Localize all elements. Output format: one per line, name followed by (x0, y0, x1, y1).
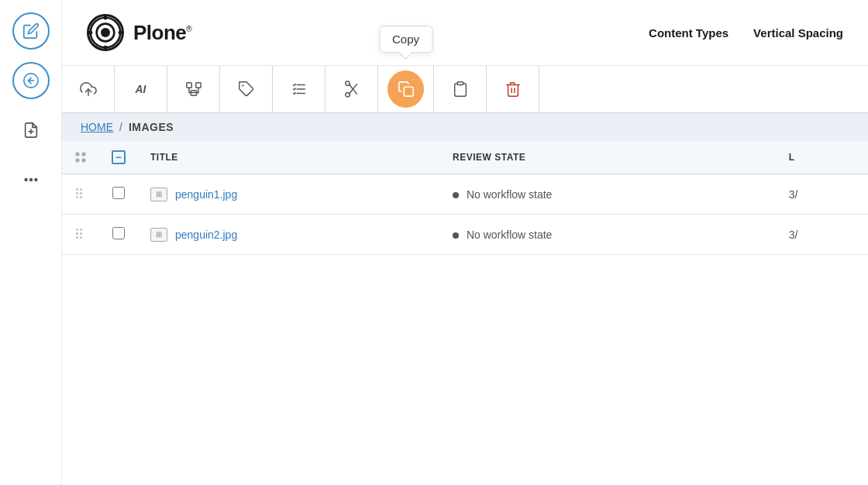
paste-button[interactable] (434, 66, 487, 112)
plone-logo-svg (89, 14, 122, 51)
table-header-row: TITLE REVIEW STATE L (62, 141, 868, 174)
more-options-icon[interactable] (12, 161, 50, 198)
svg-rect-15 (195, 83, 200, 88)
svg-rect-39 (80, 192, 82, 194)
svg-rect-41 (80, 196, 82, 198)
file-icon-2 (150, 228, 167, 242)
toolbar: AI (62, 66, 868, 112)
td-state-2: No workflow state (440, 215, 777, 255)
svg-rect-38 (76, 192, 78, 194)
svg-point-8 (102, 29, 109, 36)
edit-icon[interactable] (12, 12, 50, 50)
state-label-2: No workflow state (467, 229, 552, 241)
td-title-1: penguin1.jpg (138, 174, 440, 215)
plone-logo (87, 14, 124, 51)
tag-button[interactable] (220, 66, 273, 112)
drag-handle-1[interactable] (62, 174, 99, 215)
svg-rect-37 (80, 188, 82, 191)
svg-rect-44 (76, 232, 78, 235)
td-state-1: No workflow state (440, 174, 777, 215)
upload-button[interactable] (62, 66, 115, 112)
schema-button[interactable] (167, 66, 220, 112)
file-table: TITLE REVIEW STATE L (62, 141, 868, 255)
td-title-2: penguin2.jpg (138, 215, 440, 255)
row-checkbox-1[interactable] (99, 174, 138, 215)
breadcrumb-home[interactable]: HOME (81, 121, 113, 133)
delete-button[interactable] (487, 66, 539, 112)
svg-rect-45 (80, 232, 82, 235)
nav-vertical-spacing[interactable]: Vertical Spacing (753, 26, 843, 40)
state-dot-2 (453, 232, 459, 239)
svg-rect-35 (82, 159, 85, 162)
checkbox-1[interactable] (112, 187, 125, 199)
svg-rect-36 (76, 188, 78, 191)
checkbox-2[interactable] (112, 227, 125, 239)
copy-button-wrapper: Copy (378, 66, 434, 112)
breadcrumb-separator: / (119, 121, 122, 133)
ai-label: AI (136, 83, 146, 95)
file-link-1[interactable]: penguin1.jpg (175, 188, 237, 201)
toolbar-wrapper: AI (62, 66, 868, 113)
svg-rect-46 (76, 236, 78, 239)
row-checkbox-2[interactable] (99, 215, 138, 255)
svg-rect-43 (80, 229, 82, 231)
state-label-1: No workflow state (467, 188, 552, 201)
file-table-area: TITLE REVIEW STATE L (62, 141, 868, 485)
nav-links: Content Types Vertical Spacing (649, 26, 843, 40)
svg-point-4 (29, 179, 32, 181)
td-date-1: 3/ (777, 174, 868, 215)
svg-point-12 (119, 30, 122, 34)
th-review-state: REVIEW STATE (440, 141, 777, 174)
svg-rect-40 (76, 196, 78, 198)
cut-button[interactable] (326, 66, 378, 112)
main-content: Plone® Content Types Vertical Spacing AI (62, 0, 868, 485)
svg-point-9 (103, 15, 107, 19)
file-icon-1 (150, 187, 167, 201)
svg-rect-42 (76, 229, 78, 231)
th-last-modified: L (777, 141, 868, 174)
checklist-button[interactable] (273, 66, 326, 112)
th-drag (62, 141, 99, 174)
svg-point-6 (91, 18, 121, 48)
svg-point-11 (89, 30, 92, 34)
svg-rect-32 (76, 153, 79, 156)
add-document-icon[interactable] (12, 112, 50, 149)
svg-rect-47 (80, 236, 82, 239)
logo-text: Plone® (133, 21, 191, 45)
copy-button[interactable] (388, 71, 424, 108)
ai-button[interactable]: AI (115, 66, 167, 112)
breadcrumb-bar: HOME / IMAGES (62, 113, 868, 141)
table-row: penguin1.jpg No workflow state 3/ (62, 174, 868, 215)
drag-handle-2[interactable] (62, 215, 99, 255)
svg-point-3 (25, 179, 27, 181)
svg-point-7 (97, 24, 115, 42)
svg-rect-34 (76, 159, 79, 162)
th-title: TITLE (138, 141, 440, 174)
svg-rect-28 (404, 87, 413, 96)
table-row: penguin2.jpg No workflow state 3/ (62, 215, 868, 255)
breadcrumb-current: IMAGES (129, 121, 174, 133)
svg-point-10 (103, 46, 107, 50)
svg-rect-33 (82, 153, 85, 156)
th-checkbox[interactable] (99, 141, 138, 174)
file-link-2[interactable]: penguin2.jpg (175, 229, 237, 241)
nav-content-types[interactable]: Content Types (649, 26, 728, 40)
table-body: penguin1.jpg No workflow state 3/ (62, 174, 868, 255)
select-all-checkbox[interactable] (112, 150, 126, 164)
td-date-2: 3/ (777, 215, 868, 255)
svg-rect-14 (186, 83, 191, 88)
header: Plone® Content Types Vertical Spacing (62, 0, 868, 66)
copy-tooltip: Copy (379, 26, 432, 53)
logo-area: Plone® (87, 14, 649, 51)
svg-rect-29 (457, 82, 463, 85)
sidebar (0, 0, 62, 485)
state-dot-1 (453, 192, 459, 198)
back-icon[interactable] (12, 62, 50, 99)
svg-point-5 (35, 179, 37, 181)
